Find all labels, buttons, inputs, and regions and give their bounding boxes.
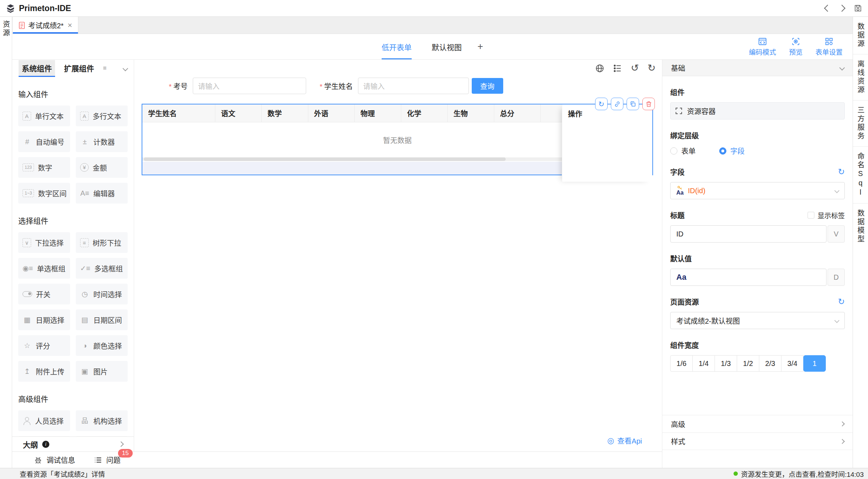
component-item[interactable]: ☆ 评分 xyxy=(18,335,70,356)
width-option[interactable]: 3/4 xyxy=(781,355,804,372)
code-mode-button[interactable]: 编码模式 xyxy=(749,37,776,57)
table-column-header[interactable]: 总分 xyxy=(494,104,541,122)
props-section-row[interactable]: 样式 xyxy=(662,432,853,450)
component-item[interactable]: ▤ 日期区间 xyxy=(76,309,128,330)
student-name-input[interactable]: 请输入 xyxy=(358,78,469,94)
form-settings-button[interactable]: 表单设置 xyxy=(815,37,843,57)
table-column-header[interactable]: 学生姓名 xyxy=(142,104,215,122)
component-item[interactable]: ± 计数器 xyxy=(76,131,128,152)
close-icon[interactable]: × xyxy=(68,21,72,30)
search-button[interactable]: 查询 xyxy=(472,78,503,94)
component-icon: ◉≡ xyxy=(23,265,33,272)
field-select[interactable]: Aa ID(id) xyxy=(670,182,845,199)
width-option[interactable]: 1/2 xyxy=(737,355,759,372)
collapse-panel-icon[interactable] xyxy=(123,65,128,71)
width-option[interactable]: 1 xyxy=(803,355,826,372)
width-option[interactable]: 1/6 xyxy=(670,355,693,372)
preview-button[interactable]: 预览 xyxy=(789,37,803,57)
component-item[interactable]: 123 数字 xyxy=(18,157,70,178)
right-rail-item[interactable]: 数据模型 xyxy=(853,204,868,249)
show-label-checkbox[interactable] xyxy=(808,212,814,219)
form-canvas[interactable]: ↺ ↻ *考号 请输入 *学生姓名 请输入 查询 ↻ xyxy=(134,60,662,451)
binding-radio[interactable]: 表单 xyxy=(670,146,696,156)
component-item[interactable]: ◷ 时间选择 xyxy=(76,284,128,304)
outline-bar[interactable]: 大纲 i xyxy=(12,436,134,451)
right-rail-item[interactable]: 三方服务 xyxy=(853,101,868,147)
save-icon[interactable] xyxy=(854,4,862,13)
component-item[interactable]: A 多行文本 xyxy=(76,106,128,126)
view-tab[interactable]: 默认视图 xyxy=(432,34,462,59)
right-rail-item[interactable]: 离线资源 xyxy=(853,54,868,101)
binding-radio[interactable]: 字段 xyxy=(719,146,745,156)
component-item[interactable]: ◉≡ 单选框组 xyxy=(18,258,70,279)
view-tab[interactable]: 低开表单 xyxy=(382,34,412,59)
problems-button[interactable]: 问题 15 xyxy=(94,455,121,465)
tab-extension-components[interactable]: 扩展组件 xyxy=(61,60,97,77)
component-list: 输入组件 A 单行文本 A xyxy=(12,77,134,436)
table-column-header[interactable]: 语文 xyxy=(215,104,262,122)
default-suffix-button[interactable]: D xyxy=(828,269,845,286)
component-item[interactable]: 开关 xyxy=(18,284,70,304)
component-item[interactable]: A≡ 编辑器 xyxy=(76,183,128,204)
component-item[interactable]: ↥ 附件上传 xyxy=(18,361,70,382)
exam-no-input[interactable]: 请输入 xyxy=(193,78,306,94)
component-item[interactable]: ▦ 日期选择 xyxy=(18,309,70,330)
default-value-input[interactable]: Aa xyxy=(670,269,827,286)
component-item[interactable]: A 单行文本 xyxy=(18,106,70,126)
show-label-option[interactable]: 显示标签 xyxy=(808,210,845,220)
component-item[interactable]: 品 机构选择 xyxy=(76,410,128,431)
debug-info-button[interactable]: 调试信息 xyxy=(34,455,75,465)
radio-icon xyxy=(670,147,677,155)
component-type-box[interactable]: 资源容器 xyxy=(670,102,845,119)
component-item[interactable]: ≡ 树形下拉 xyxy=(76,232,128,253)
status-right[interactable]: 资源发生变更，点击查看,检查时间:14:03 xyxy=(734,469,864,479)
component-item[interactable]: # 自动编号 xyxy=(18,131,70,152)
file-tab[interactable]: 考试成绩2* × xyxy=(13,17,78,34)
component-item[interactable]: ∨ 下拉选择 xyxy=(18,232,70,253)
delete-button[interactable] xyxy=(642,98,655,110)
left-rail-resources[interactable]: 资源 xyxy=(2,20,10,468)
component-item[interactable]: ¥ 金额 xyxy=(76,157,128,178)
chevron-down-icon[interactable] xyxy=(839,65,845,71)
page-resource-select[interactable]: 考试成绩2-默认视图 xyxy=(670,312,845,329)
props-section-basic[interactable]: 基础 xyxy=(662,60,853,76)
copy-button[interactable] xyxy=(627,98,639,110)
title-suffix-button[interactable]: V xyxy=(828,225,845,243)
table-column-header[interactable]: 数学 xyxy=(262,104,308,122)
i18n-globe-icon[interactable] xyxy=(595,64,604,73)
component-item[interactable]: ◑ 颜色选择 xyxy=(76,335,128,356)
undo-icon[interactable]: ↺ xyxy=(631,63,639,73)
table-column-header[interactable]: 生物 xyxy=(448,104,494,122)
scrollbar-thumb[interactable] xyxy=(144,157,506,161)
title-input[interactable]: ID xyxy=(670,225,827,243)
view-api-link[interactable]: ◎ 查看Api xyxy=(607,435,642,446)
component-item[interactable]: 人员选择 xyxy=(18,410,70,431)
width-option[interactable]: 1/3 xyxy=(715,355,737,372)
right-rail-item[interactable]: 命名Sql xyxy=(853,147,868,204)
view-header: 低开表单 默认视图 + 编码模式 预览 xyxy=(12,34,853,60)
chevron-right-icon[interactable] xyxy=(118,441,124,447)
table-column-header[interactable]: 物理 xyxy=(355,104,401,122)
redo-icon[interactable]: ↻ xyxy=(647,63,656,73)
data-grid-container[interactable]: ↻ xyxy=(142,104,653,175)
status-left-text[interactable]: 查看资源「考试成绩2」详情 xyxy=(20,469,105,479)
tab-system-components[interactable]: 系统组件 xyxy=(19,60,55,77)
sync-page-resource-icon[interactable]: ↻ xyxy=(838,298,845,306)
forward-icon[interactable] xyxy=(838,5,845,12)
component-item[interactable]: 1~3 数字区间 xyxy=(18,183,70,204)
component-item[interactable]: ✓≡ 多选框组 xyxy=(76,258,128,279)
table-column-header[interactable]: 化学 xyxy=(401,104,448,122)
table-column-header[interactable]: 外语 xyxy=(308,104,355,122)
width-option[interactable]: 2/3 xyxy=(759,355,781,372)
refresh-button[interactable]: ↻ xyxy=(595,98,608,110)
width-option[interactable]: 1/4 xyxy=(692,355,715,372)
hamburger-icon[interactable]: ≡ xyxy=(103,65,107,72)
component-item[interactable]: ▣ 图片 xyxy=(76,361,128,382)
bind-link-button[interactable] xyxy=(611,98,623,110)
sync-field-icon[interactable]: ↻ xyxy=(838,168,845,176)
outline-tree-icon[interactable] xyxy=(613,64,622,73)
back-icon[interactable] xyxy=(824,5,831,12)
right-rail-item[interactable]: 数据源 xyxy=(853,17,868,54)
add-view-button[interactable]: + xyxy=(477,41,483,52)
props-section-row[interactable]: 高级 xyxy=(662,415,853,432)
